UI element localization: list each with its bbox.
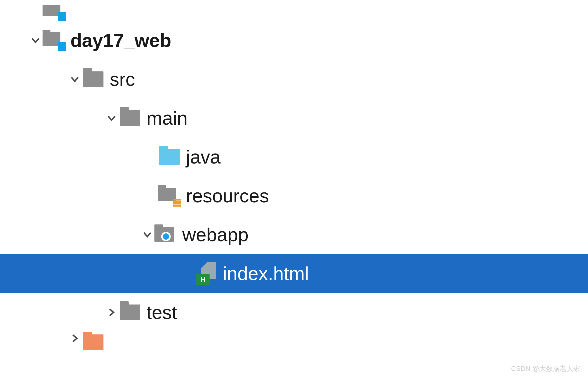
folder-icon: [118, 108, 142, 129]
watermark: CSDN @大数据老人家i: [511, 364, 582, 373]
tree-item-label: resources: [186, 185, 269, 207]
chevron-down-icon[interactable]: [68, 73, 81, 86]
folder-icon: [81, 69, 105, 90]
tree-item-resources[interactable]: resources: [0, 176, 588, 215]
chevron-down-icon[interactable]: [29, 34, 42, 47]
tree-item-label: index.html: [223, 263, 309, 284]
webapp-folder-icon: [154, 224, 178, 245]
folder-icon: [118, 302, 142, 323]
target-folder-icon: [81, 332, 105, 353]
tree-item-java[interactable]: java: [0, 138, 588, 176]
tree-item-partial-bottom[interactable]: [0, 332, 588, 355]
source-folder-icon: [158, 146, 181, 167]
tree-item-label: main: [147, 107, 188, 129]
tree-item-index-html[interactable]: H index.html: [0, 254, 588, 293]
chevron-right-icon[interactable]: [68, 332, 81, 345]
html-file-icon: H: [194, 263, 218, 284]
project-tree: day17_web src main java: [0, 0, 588, 355]
chevron-down-icon[interactable]: [141, 228, 154, 241]
resources-folder-icon: [158, 185, 181, 206]
tree-item-test[interactable]: test: [0, 293, 588, 332]
tree-item-label: test: [147, 302, 177, 323]
tree-item-label: day17_web: [70, 30, 171, 51]
tree-item-main[interactable]: main: [0, 99, 588, 138]
tree-item-src[interactable]: src: [0, 60, 588, 99]
tree-item-day17-web[interactable]: day17_web: [0, 21, 588, 60]
tree-item-partial-top[interactable]: [0, 5, 588, 21]
module-folder-icon: [42, 5, 66, 21]
chevron-right-icon[interactable]: [105, 306, 118, 319]
tree-item-label: src: [110, 69, 135, 90]
chevron-down-icon[interactable]: [105, 112, 118, 125]
module-folder-icon: [42, 30, 66, 51]
tree-item-label: java: [186, 146, 221, 168]
chevron-down-icon[interactable]: [29, 8, 42, 21]
tree-item-webapp[interactable]: webapp: [0, 215, 588, 254]
tree-item-label: webapp: [182, 224, 248, 245]
